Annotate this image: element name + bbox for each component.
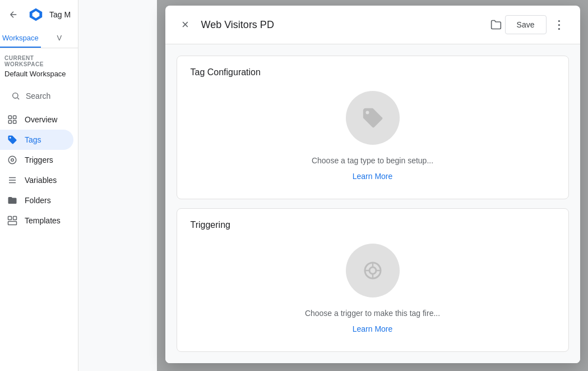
templates-label: Templates: [25, 216, 61, 225]
more-options-button[interactable]: ⋮: [549, 15, 569, 35]
search-bar[interactable]: Search: [4, 87, 73, 105]
svg-point-7: [11, 159, 14, 162]
svg-rect-3: [13, 116, 16, 118]
sidebar-item-templates[interactable]: Templates: [0, 210, 73, 231]
workspace-section: CURRENT WORKSPACE Default Workspace: [0, 48, 78, 85]
tag-svg-icon: [360, 106, 385, 130]
tag-configuration-card: Tag Configuration Choose a tag type to b…: [177, 56, 569, 199]
tab-workspace[interactable]: Workspace: [0, 29, 41, 48]
folders-icon: [7, 195, 18, 206]
save-button[interactable]: Save: [505, 15, 547, 34]
triggering-placeholder-icon[interactable]: [346, 244, 400, 297]
svg-rect-4: [8, 121, 11, 123]
tag-placeholder-icon[interactable]: [346, 91, 400, 145]
nav-items: Overview Tags Triggers: [0, 107, 78, 371]
tag-dialog: × Web Visitors PD Save ⋮: [165, 6, 580, 363]
svg-rect-8: [8, 217, 12, 220]
search-label: Search: [26, 91, 50, 100]
workspace-label: CURRENT WORKSPACE: [4, 55, 73, 67]
close-icon: ×: [182, 19, 189, 31]
app-title: Tag M: [49, 10, 71, 19]
dialog-actions: Save ⋮: [505, 15, 569, 35]
dialog-title: Web Visitors PD: [195, 19, 487, 31]
tag-config-title: Tag Configuration: [177, 56, 568, 77]
trigger-svg-icon: [360, 258, 385, 283]
triggers-icon: [7, 154, 18, 166]
dialog-header: × Web Visitors PD Save ⋮: [165, 6, 580, 44]
dialog-body: Tag Configuration Choose a tag type to b…: [165, 44, 580, 363]
more-icon: ⋮: [553, 18, 564, 31]
svg-rect-9: [13, 217, 17, 220]
tag-config-placeholder-text: Choose a tag type to begin setup...: [312, 156, 433, 165]
tag-config-learn-more[interactable]: Learn More: [353, 172, 393, 181]
app-logo: [27, 6, 45, 24]
svg-point-6: [8, 156, 16, 164]
tag-config-body: Choose a tag type to begin setup... Lear…: [177, 77, 568, 199]
svg-rect-10: [8, 222, 17, 225]
dialog-close-button[interactable]: ×: [177, 16, 195, 34]
triggering-placeholder-text: Choose a trigger to make this tag fire..…: [305, 309, 440, 318]
triggering-card: Triggering Choose a trigger to make this…: [177, 208, 569, 352]
templates-icon: [7, 215, 18, 226]
search-icon: [10, 90, 21, 102]
sidebar-item-variables[interactable]: Variables: [0, 170, 73, 190]
sidebar-item-tags[interactable]: Tags: [0, 130, 73, 150]
svg-rect-5: [13, 121, 16, 123]
triggering-learn-more[interactable]: Learn More: [353, 324, 393, 333]
tab-versions[interactable]: V: [41, 29, 78, 48]
sidebar-item-triggers[interactable]: Triggers: [0, 150, 73, 170]
overview-label: Overview: [25, 115, 57, 124]
tags-icon: [7, 134, 18, 145]
sidebar-item-overview[interactable]: Overview: [0, 109, 73, 130]
triggering-title: Triggering: [177, 209, 568, 230]
sidebar-item-folders[interactable]: Folders: [0, 190, 73, 210]
triggers-label: Triggers: [25, 155, 53, 164]
triggering-body: Choose a trigger to make this tag fire..…: [177, 230, 568, 351]
sidebar: Tag M Workspace V CURRENT WORKSPACE Defa…: [0, 0, 78, 371]
sidebar-tabs: Workspace V: [0, 29, 78, 48]
sidebar-header: Tag M: [0, 0, 78, 29]
folders-label: Folders: [25, 196, 51, 205]
variables-icon: [7, 175, 18, 186]
dialog-overlay: × Web Visitors PD Save ⋮: [157, 0, 588, 371]
workspace-name: Default Workspace: [4, 67, 73, 83]
svg-point-1: [13, 93, 18, 98]
svg-rect-2: [8, 116, 11, 118]
overview-icon: [7, 114, 18, 125]
back-button[interactable]: [4, 6, 22, 24]
main-area: × Web Visitors PD Save ⋮: [78, 0, 588, 371]
variables-label: Variables: [25, 176, 57, 185]
tags-label: Tags: [25, 135, 41, 144]
svg-point-12: [369, 267, 376, 274]
folder-button[interactable]: [487, 16, 505, 34]
